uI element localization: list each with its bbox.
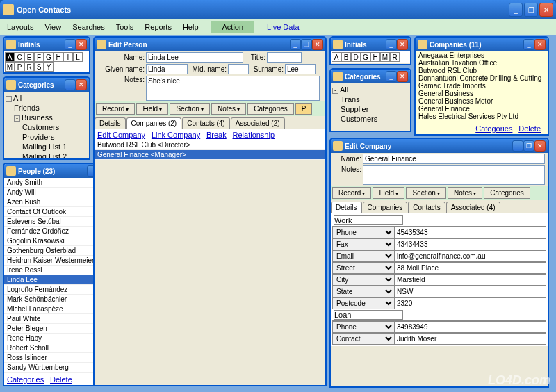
initial-B[interactable]: B [341,52,351,62]
maximize-button[interactable]: ❐ [524,3,538,17]
field-button[interactable]: Field [136,103,168,115]
tree-node-ml2[interactable]: Mailing List 2 [6,152,88,158]
field-value-input[interactable] [395,333,546,345]
initial-R[interactable]: R [390,52,400,62]
tree2-trans[interactable]: Trans [332,95,409,104]
companies-categories-link[interactable]: Categories [475,124,512,133]
initial-F[interactable]: F [34,52,44,62]
initial-S[interactable]: S [34,62,44,72]
field-value-input[interactable] [395,297,546,309]
ec-categories-button[interactable]: Categories [484,187,530,199]
tree-node-business[interactable]: -Business [6,113,88,122]
initial-M[interactable]: M [5,62,15,72]
field-label-select[interactable]: Street [332,262,395,274]
initial-Y[interactable]: Y [44,62,54,72]
initial-G[interactable]: G [361,52,370,62]
link-company-link[interactable]: Link Company [152,131,200,139]
company-item[interactable]: Australian Taxation Office [416,59,548,67]
minimize-button[interactable]: _ [509,3,523,17]
initials1-close[interactable]: ✕ [76,39,87,50]
initial-A[interactable]: A [332,52,341,62]
tree-node-all[interactable]: -All [6,93,88,103]
categories-button[interactable]: Categories [247,103,293,115]
menu-searches[interactable]: Searches [68,22,108,33]
mid-input[interactable] [228,64,249,74]
tab-details[interactable]: Details [95,117,126,129]
company-item[interactable]: General Business [416,90,548,97]
section-button[interactable]: Section [170,103,210,115]
categories2-close[interactable]: ✕ [397,71,408,82]
notes-button[interactable]: Notes [211,103,246,115]
people-delete-link[interactable]: Delete [50,375,72,384]
initial-G[interactable]: G [44,52,54,62]
field-label-select[interactable]: Email [332,250,395,262]
categories1-min[interactable]: _ [65,79,76,90]
menu-tools[interactable]: Tools [112,22,138,33]
ec-name-input[interactable] [363,154,545,164]
menu-reports[interactable]: Reports [140,22,176,33]
field-label-select[interactable]: Contact [332,333,395,345]
initials1-min[interactable]: _ [65,39,76,50]
ec-tab-associated[interactable]: Associated (4) [446,202,500,213]
surname-input[interactable] [285,64,316,74]
initial-I[interactable]: I [63,52,73,62]
field-value-input[interactable] [395,274,546,286]
ec-tab-details[interactable]: Details [331,202,362,213]
company-item[interactable]: Gamac Trade Imports [416,82,548,90]
initial-H[interactable]: H [370,52,380,62]
initial-E[interactable]: E [24,52,34,62]
initial-L[interactable]: L [73,52,83,62]
ec-tab-companies[interactable]: Companies [363,202,408,213]
person-company-item[interactable]: General Finance <Manager> [95,150,325,160]
edit-company-min[interactable]: _ [512,140,523,152]
people-categories-link[interactable]: Categories [7,375,44,384]
ec-notes-button[interactable]: Notes [448,187,482,199]
initial-D[interactable]: D [351,52,361,62]
field-value-input[interactable] [395,321,546,333]
field-value-input[interactable] [395,286,546,297]
initial-C[interactable]: C [15,52,24,62]
field-label-select[interactable]: Fax [332,238,395,250]
tab-associated[interactable]: Associated (2) [231,117,285,129]
initials2-close[interactable]: ✕ [397,39,408,50]
ec-section-button[interactable]: Section [406,187,446,199]
field-value-input[interactable] [395,238,546,250]
company-item[interactable]: Hales Electrical Services Pty Ltd [416,113,548,120]
tree2-supplier[interactable]: Supplier [332,104,409,114]
companies-min[interactable]: _ [523,39,534,50]
relationship-link[interactable]: Relationship [233,131,275,139]
field-label-select[interactable]: Phone [332,321,395,333]
tab-companies[interactable]: Companies (2) [126,117,182,129]
name-input[interactable] [146,52,243,63]
field-value-input[interactable] [395,227,546,238]
given-input[interactable] [146,64,188,74]
company-item[interactable]: Butwood RSL Club [416,67,548,74]
field-label-select[interactable]: City [332,274,395,286]
initial-A[interactable]: A [5,52,15,62]
company-item[interactable]: Donnantuoni Concrete Drilling & Cutting [416,74,548,82]
company-item[interactable]: Anegawa Enterprises [416,51,548,59]
edit-person-min[interactable]: _ [290,39,301,50]
tree-node-friends[interactable]: Friends [6,103,88,113]
tree-node-providers[interactable]: Providers [6,132,88,142]
edit-person-max[interactable]: ❐ [301,39,312,50]
initial-H[interactable]: H [54,52,63,62]
initial-R[interactable]: R [24,62,34,72]
edit-person-close[interactable]: ✕ [312,39,323,50]
initial-P[interactable]: P [15,62,24,72]
ec-record-button[interactable]: Record [332,187,371,199]
edit-company-close[interactable]: ✕ [534,140,546,152]
field-value-input[interactable] [395,250,546,262]
menu-layouts[interactable]: Layouts [3,22,38,33]
ec-notes-input[interactable] [363,165,545,185]
action-button[interactable]: Action [211,21,255,33]
field-label-select[interactable]: State [332,286,395,297]
ec-tab-contacts[interactable]: Contacts [408,202,445,213]
break-link[interactable]: Break [206,131,227,139]
tree-node-ml1[interactable]: Mailing List 1 [6,142,88,152]
initials2-min[interactable]: _ [386,39,397,50]
companies-delete-link[interactable]: Delete [518,124,541,133]
company-item[interactable]: General Business Motor [416,97,548,105]
field-label-select[interactable]: Postcode [332,297,395,309]
initial-M[interactable]: M [380,52,390,62]
